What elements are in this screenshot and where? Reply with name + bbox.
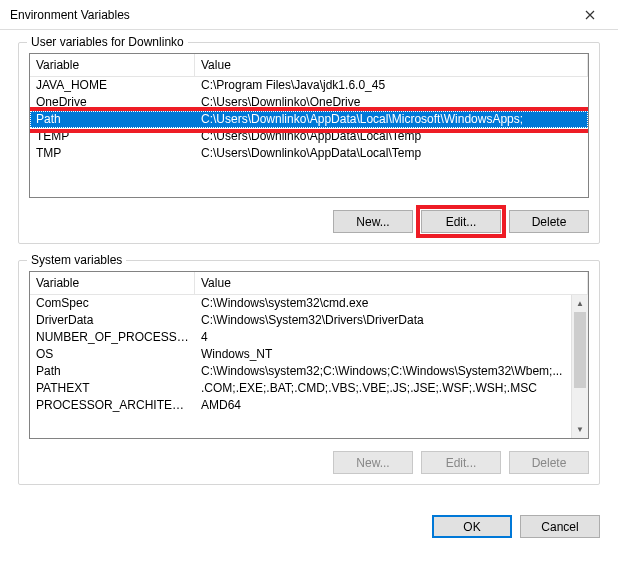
system-buttons: New... Edit... Delete	[29, 451, 589, 474]
cell-value: C:\Users\Downlinko\AppData\Local\Microso…	[195, 111, 588, 128]
cell-value: C:\Users\Downlinko\AppData\Local\Temp	[195, 128, 588, 145]
scroll-down-icon[interactable]: ▼	[572, 421, 588, 438]
cell-variable: JAVA_HOME	[30, 77, 195, 94]
cell-variable: DriverData	[30, 312, 195, 329]
column-value[interactable]: Value	[195, 54, 588, 76]
user-variables-legend: User variables for Downlinko	[27, 35, 188, 49]
cell-value: 4	[195, 329, 571, 346]
window-title: Environment Variables	[10, 8, 570, 22]
scrollbar-thumb[interactable]	[574, 312, 586, 388]
user-variables-rows[interactable]: JAVA_HOME C:\Program Files\Java\jdk1.6.0…	[30, 77, 588, 197]
titlebar: Environment Variables	[0, 0, 618, 30]
edit-button[interactable]: Edit...	[421, 210, 501, 233]
table-row[interactable]: TMP C:\Users\Downlinko\AppData\Local\Tem…	[30, 145, 588, 162]
cell-variable: ComSpec	[30, 295, 195, 312]
new-button[interactable]: New...	[333, 451, 413, 474]
scrollbar[interactable]: ▲ ▼	[571, 295, 588, 438]
cell-value: C:\Program Files\Java\jdk1.6.0_45	[195, 77, 588, 94]
cell-variable: TEMP	[30, 128, 195, 145]
system-variables-legend: System variables	[27, 253, 126, 267]
cell-variable: OS	[30, 346, 195, 363]
table-row[interactable]: JAVA_HOME C:\Program Files\Java\jdk1.6.0…	[30, 77, 588, 94]
table-row[interactable]: TEMP C:\Users\Downlinko\AppData\Local\Te…	[30, 128, 588, 145]
cell-variable: Path	[30, 363, 195, 380]
cell-variable: PATHEXT	[30, 380, 195, 397]
cell-value: C:\Windows\System32\Drivers\DriverData	[195, 312, 571, 329]
scrollbar-track[interactable]	[572, 312, 588, 421]
new-button[interactable]: New...	[333, 210, 413, 233]
user-variables-group: User variables for Downlinko Variable Va…	[18, 42, 600, 244]
table-row[interactable]: OneDrive C:\Users\Downlinko\OneDrive	[30, 94, 588, 111]
table-row[interactable]: PROCESSOR_ARCHITECTURE AMD64	[30, 397, 571, 414]
cell-variable: OneDrive	[30, 94, 195, 111]
cell-value: C:\Windows\system32\cmd.exe	[195, 295, 571, 312]
cell-variable: NUMBER_OF_PROCESSORS	[30, 329, 195, 346]
table-row-selected[interactable]: Path C:\Users\Downlinko\AppData\Local\Mi…	[30, 111, 588, 128]
table-header: Variable Value	[30, 54, 588, 77]
cell-variable: Path	[30, 111, 195, 128]
scroll-up-icon[interactable]: ▲	[572, 295, 588, 312]
cell-value: AMD64	[195, 397, 571, 414]
user-variables-table[interactable]: Variable Value JAVA_HOME C:\Program File…	[29, 53, 589, 198]
cell-value: Windows_NT	[195, 346, 571, 363]
cell-variable: PROCESSOR_ARCHITECTURE	[30, 397, 195, 414]
table-row[interactable]: PATHEXT .COM;.EXE;.BAT;.CMD;.VBS;.VBE;.J…	[30, 380, 571, 397]
edit-button[interactable]: Edit...	[421, 451, 501, 474]
cell-value: C:\Users\Downlinko\AppData\Local\Temp	[195, 145, 588, 162]
table-header: Variable Value	[30, 272, 588, 295]
delete-button[interactable]: Delete	[509, 210, 589, 233]
table-row[interactable]: OS Windows_NT	[30, 346, 571, 363]
close-icon[interactable]	[570, 4, 610, 26]
column-variable[interactable]: Variable	[30, 54, 195, 76]
delete-button[interactable]: Delete	[509, 451, 589, 474]
table-row[interactable]: Path C:\Windows\system32;C:\Windows;C:\W…	[30, 363, 571, 380]
cell-variable: TMP	[30, 145, 195, 162]
column-variable[interactable]: Variable	[30, 272, 195, 294]
table-row[interactable]: ComSpec C:\Windows\system32\cmd.exe	[30, 295, 571, 312]
cell-value: C:\Users\Downlinko\OneDrive	[195, 94, 588, 111]
cancel-button[interactable]: Cancel	[520, 515, 600, 538]
user-buttons: New... Edit... Delete	[29, 210, 589, 233]
system-variables-table[interactable]: Variable Value ComSpec C:\Windows\system…	[29, 271, 589, 439]
system-variables-group: System variables Variable Value ComSpec …	[18, 260, 600, 485]
cell-value: C:\Windows\system32;C:\Windows;C:\Window…	[195, 363, 571, 380]
cell-value: .COM;.EXE;.BAT;.CMD;.VBS;.VBE;.JS;.JSE;.…	[195, 380, 571, 397]
dialog-content: User variables for Downlinko Variable Va…	[0, 30, 618, 515]
column-value[interactable]: Value	[195, 272, 588, 294]
dialog-buttons: OK Cancel	[0, 515, 618, 552]
system-variables-rows[interactable]: ComSpec C:\Windows\system32\cmd.exe Driv…	[30, 295, 588, 438]
ok-button[interactable]: OK	[432, 515, 512, 538]
table-row[interactable]: NUMBER_OF_PROCESSORS 4	[30, 329, 571, 346]
table-row[interactable]: DriverData C:\Windows\System32\Drivers\D…	[30, 312, 571, 329]
